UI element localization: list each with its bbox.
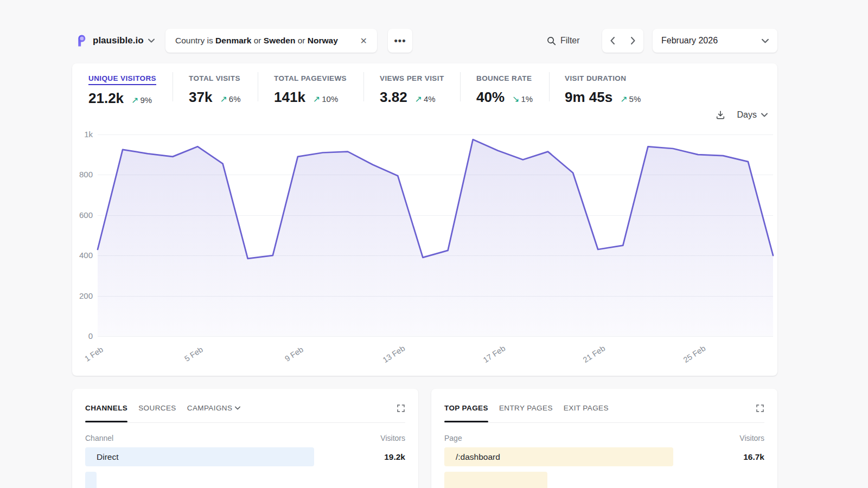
active-filter-pill[interactable]: Country is Denmark or Sweden or Norway ✕ bbox=[165, 29, 377, 53]
chevron-down-icon bbox=[761, 113, 768, 117]
x-axis-tick: 13 Feb bbox=[376, 340, 412, 368]
change-badge: ↗4% bbox=[415, 94, 436, 104]
date-nav bbox=[602, 29, 643, 53]
table-row-partial[interactable] bbox=[85, 472, 405, 488]
interval-dropdown[interactable]: Days bbox=[737, 110, 768, 120]
stat-views-per-visit[interactable]: VIEWS PER VISIT 3.82 ↗4% bbox=[380, 73, 444, 106]
table-row-partial[interactable] bbox=[444, 472, 764, 488]
stat-bounce-rate[interactable]: BOUNCE RATE 40% ↘1% bbox=[476, 73, 533, 106]
chevron-down-icon bbox=[762, 38, 769, 43]
divider bbox=[173, 72, 173, 101]
column-header-metric: Visitors bbox=[739, 434, 764, 442]
column-header-dimension: Page bbox=[444, 434, 462, 442]
remove-filter-icon[interactable]: ✕ bbox=[355, 36, 367, 46]
prev-period-button[interactable] bbox=[602, 29, 623, 53]
tab-exit-pages[interactable]: EXIT PAGES bbox=[564, 404, 609, 422]
trend-up-icon: ↗ bbox=[131, 95, 138, 105]
add-filter-label: Filter bbox=[560, 36, 580, 46]
column-header-metric: Visitors bbox=[380, 434, 405, 442]
expand-report-button[interactable] bbox=[756, 404, 764, 413]
x-axis-tick: 21 Feb bbox=[576, 340, 612, 368]
change-badge: ↗9% bbox=[131, 95, 152, 105]
change-badge: ↗5% bbox=[620, 94, 641, 104]
date-range-picker[interactable]: February 2026 bbox=[653, 29, 777, 53]
x-axis-tick: 1 Feb bbox=[75, 340, 112, 368]
tab-campaigns[interactable]: CAMPAIGNS bbox=[187, 404, 241, 422]
x-axis-tick: 25 Feb bbox=[676, 340, 712, 368]
column-header-dimension: Channel bbox=[85, 434, 113, 442]
tab-top-pages[interactable]: TOP PAGES bbox=[444, 404, 488, 422]
expand-report-button[interactable] bbox=[397, 404, 405, 413]
change-badge: ↘1% bbox=[512, 94, 533, 104]
y-axis-tick: 800 bbox=[72, 170, 93, 179]
x-axis-tick: 5 Feb bbox=[176, 340, 212, 368]
chart-controls: Days bbox=[716, 110, 768, 120]
row-bar bbox=[444, 472, 547, 488]
y-axis-tick: 600 bbox=[72, 210, 93, 220]
site-name: plausible.io bbox=[93, 35, 144, 46]
pages-report-card: TOP PAGES ENTRY PAGES EXIT PAGES Page Vi… bbox=[431, 389, 777, 488]
table-row[interactable]: /:dashboard16.7k bbox=[444, 447, 764, 466]
date-range-label: February 2026 bbox=[661, 36, 718, 46]
chevron-right-icon bbox=[631, 37, 635, 44]
y-axis-tick: 400 bbox=[72, 251, 93, 260]
divider bbox=[363, 72, 364, 101]
channels-report-card: CHANNELS SOURCES CAMPAIGNS Channel Visit… bbox=[72, 389, 418, 488]
row-label: Direct bbox=[97, 452, 118, 462]
download-icon bbox=[716, 110, 725, 120]
row-bar bbox=[85, 447, 314, 466]
divider bbox=[460, 72, 461, 101]
chevron-down-icon bbox=[148, 38, 155, 43]
stat-unique-visitors[interactable]: UNIQUE VISITORS 21.2k ↗9% bbox=[88, 73, 156, 107]
filter-pill-text: Country is Denmark or Sweden or Norway bbox=[175, 36, 338, 46]
table-row[interactable]: Direct19.2k bbox=[85, 447, 405, 466]
change-badge: ↗6% bbox=[220, 94, 240, 104]
chevron-left-icon bbox=[610, 37, 615, 44]
trend-up-icon: ↗ bbox=[220, 94, 227, 104]
download-button[interactable] bbox=[716, 110, 725, 120]
divider bbox=[549, 72, 550, 101]
divider bbox=[444, 422, 764, 423]
interval-label: Days bbox=[737, 110, 757, 120]
change-badge: ↗10% bbox=[313, 94, 338, 104]
next-period-button[interactable] bbox=[623, 29, 643, 53]
row-label: /:dashboard bbox=[456, 452, 500, 462]
plausible-logo-icon bbox=[74, 34, 88, 48]
gridline bbox=[98, 336, 773, 337]
visitors-area-chart[interactable] bbox=[98, 134, 773, 336]
y-axis-tick: 200 bbox=[72, 291, 93, 300]
trend-up-icon: ↗ bbox=[415, 94, 422, 104]
search-icon bbox=[547, 36, 556, 46]
add-filter-button[interactable]: Filter bbox=[547, 29, 580, 53]
stat-total-pageviews[interactable]: TOTAL PAGEVIEWS 141k ↗10% bbox=[274, 73, 347, 106]
tab-entry-pages[interactable]: ENTRY PAGES bbox=[499, 404, 553, 422]
y-axis-tick: 0 bbox=[72, 331, 93, 341]
row-value: 16.7k bbox=[743, 452, 764, 462]
more-options-button[interactable]: ••• bbox=[388, 29, 412, 53]
divider bbox=[258, 72, 258, 101]
row-bar bbox=[85, 472, 97, 488]
x-axis-tick: 9 Feb bbox=[276, 340, 312, 368]
expand-icon bbox=[397, 404, 405, 413]
stat-total-visits[interactable]: TOTAL VISITS 37k ↗6% bbox=[189, 73, 240, 106]
trend-up-icon: ↗ bbox=[313, 94, 320, 104]
tab-channels[interactable]: CHANNELS bbox=[85, 404, 127, 422]
chevron-down-icon bbox=[235, 406, 240, 410]
x-axis-tick: 17 Feb bbox=[476, 340, 512, 368]
divider bbox=[85, 422, 405, 423]
y-axis-tick: 1k bbox=[72, 130, 93, 139]
visitors-panel: UNIQUE VISITORS 21.2k ↗9% TOTAL VISITS 3… bbox=[72, 63, 777, 376]
stat-visit-duration[interactable]: VISIT DURATION 9m 45s ↗5% bbox=[565, 73, 641, 106]
trend-up-icon: ↗ bbox=[620, 94, 627, 104]
expand-icon bbox=[756, 404, 764, 413]
site-switcher[interactable]: plausible.io bbox=[74, 29, 155, 53]
trend-down-icon: ↘ bbox=[512, 94, 519, 104]
row-value: 19.2k bbox=[384, 452, 405, 462]
tab-sources[interactable]: SOURCES bbox=[138, 404, 176, 422]
